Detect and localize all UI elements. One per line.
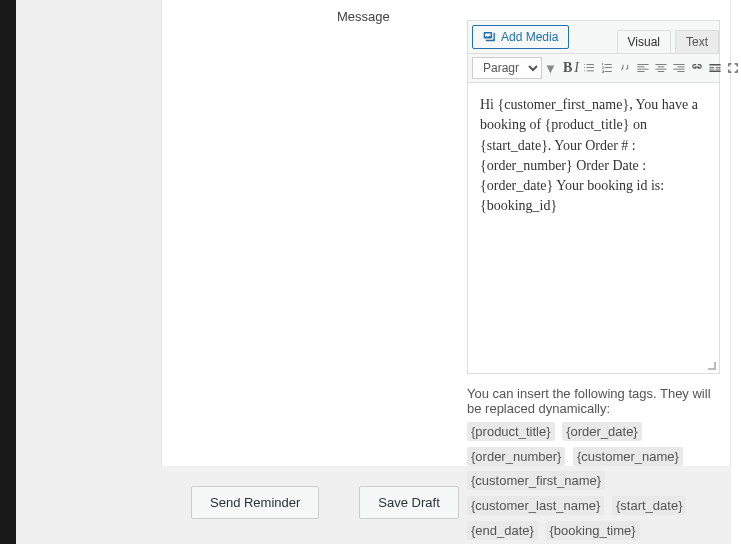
add-media-button[interactable]: Add Media	[472, 25, 569, 49]
tags-list: {product_title} {order_date} {order_numb…	[467, 420, 720, 544]
main-content: Message Add Media Visual Text Paragraph	[16, 0, 731, 544]
italic-button[interactable]: I	[574, 57, 579, 79]
fullscreen-button[interactable]	[725, 57, 741, 79]
save-draft-button[interactable]: Save Draft	[359, 486, 458, 519]
tag-chip: {customer_last_name}	[467, 496, 604, 515]
tab-text[interactable]: Text	[675, 30, 719, 53]
admin-sidebar	[0, 0, 16, 544]
send-reminder-button[interactable]: Send Reminder	[191, 486, 319, 519]
add-media-label: Add Media	[501, 30, 558, 44]
editor-textarea[interactable]: Hi {customer_first_name}, You have a boo…	[468, 83, 719, 373]
align-right-button[interactable]	[671, 57, 687, 79]
media-icon	[483, 30, 497, 44]
align-center-button[interactable]	[653, 57, 669, 79]
tag-chip: {booking_time}	[546, 521, 640, 540]
action-buttons: Send Reminder Save Draft	[176, 466, 459, 544]
tag-chip: {start_date}	[612, 496, 687, 515]
tags-help: You can insert the following tags. They …	[467, 386, 720, 544]
resize-handle[interactable]	[707, 361, 717, 371]
tags-help-intro: You can insert the following tags. They …	[467, 386, 720, 416]
align-left-button[interactable]	[635, 57, 651, 79]
bold-button[interactable]: B	[563, 57, 572, 79]
link-button[interactable]	[689, 57, 705, 79]
tag-chip: {order_number}	[467, 447, 565, 466]
editor-content-text: Hi {customer_first_name}, You have a boo…	[480, 97, 698, 213]
editor-tabs: Visual Text	[617, 30, 719, 53]
wp-editor: Add Media Visual Text Paragraph ▼ B I	[467, 20, 720, 374]
blockquote-button[interactable]	[617, 57, 633, 79]
tag-chip: {customer_first_name}	[467, 471, 605, 490]
tag-chip: {end_date}	[467, 521, 538, 540]
tag-chip: {product_title}	[467, 422, 555, 441]
format-select[interactable]: Paragraph	[472, 57, 542, 79]
tag-chip: {order_date}	[562, 422, 642, 441]
editor-toolbar: Paragraph ▼ B I	[468, 54, 719, 83]
form-panel: Message Add Media Visual Text Paragraph	[161, 0, 731, 466]
readmore-button[interactable]	[707, 57, 723, 79]
editor-header: Add Media Visual Text	[468, 21, 719, 54]
tab-visual[interactable]: Visual	[617, 30, 671, 53]
tag-chip: {customer_name}	[573, 447, 683, 466]
bullet-list-button[interactable]	[581, 57, 597, 79]
message-label: Message	[162, 0, 467, 24]
number-list-button[interactable]	[599, 57, 615, 79]
